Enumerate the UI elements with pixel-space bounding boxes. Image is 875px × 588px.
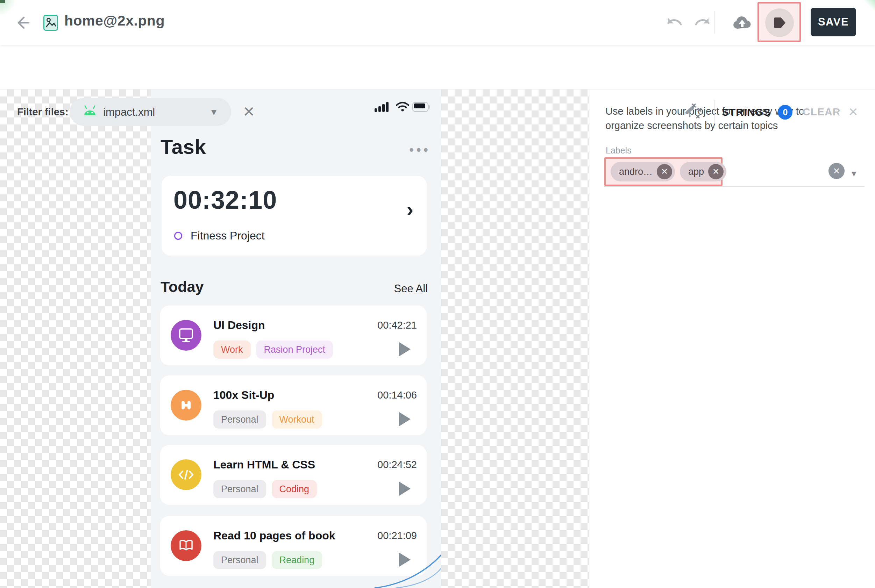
upload-button[interactable] (731, 13, 753, 33)
label-chip[interactable]: andro… ✕ (611, 162, 675, 182)
task-title: Learn HTML & CSS (213, 458, 315, 471)
strings-toggle[interactable]: STRINGS 0 (722, 105, 792, 120)
task-title: 100x Sit-Up (213, 389, 274, 402)
magic-wand-icon (682, 102, 702, 122)
label-chip[interactable]: app ✕ (680, 162, 726, 182)
filter-bar: Filter files: impact.xml ▾ ✕ STRINGS 0 C… (0, 45, 875, 90)
cloud-upload-icon (731, 13, 753, 33)
today-heading: Today (161, 278, 204, 296)
redo-icon (693, 16, 711, 33)
android-icon (82, 105, 98, 119)
task-time: 00:14:06 (377, 389, 417, 401)
page-title: home@2x.png (65, 13, 165, 29)
undo-icon (665, 16, 684, 33)
label-tool-button[interactable] (765, 8, 794, 37)
labels-field-underline (604, 186, 864, 187)
labels-highlight-box[interactable]: andro… ✕ app ✕ (604, 158, 722, 186)
overflow-menu-icon: ••• (409, 142, 431, 158)
back-button[interactable] (14, 15, 30, 31)
clear-all-labels-button[interactable]: ✕ (828, 163, 845, 179)
timer-value: 00:32:10 (173, 186, 277, 214)
project-ring-icon (174, 232, 182, 240)
play-icon (399, 482, 411, 496)
wifi-icon (396, 102, 410, 113)
task-tag: Personal (213, 480, 266, 498)
image-file-icon (44, 15, 58, 31)
strings-label: STRINGS (722, 106, 771, 118)
task-card: UI Design 00:42:21 Work Rasion Project (160, 306, 427, 365)
chip-delete-icon[interactable]: ✕ (657, 164, 672, 179)
redo-button[interactable] (693, 16, 711, 33)
battery-icon (412, 102, 431, 112)
decorative-wave-graphic (371, 553, 441, 588)
task-time: 00:42:21 (377, 320, 417, 331)
clear-button[interactable]: CLEAR ✕ (803, 105, 858, 119)
task-tag: Rasion Project (256, 340, 333, 358)
labels-panel: Use labels in your project for an easy w… (589, 90, 875, 588)
task-card: 100x Sit-Up 00:14:06 Personal Workout (160, 375, 427, 435)
task-time: 00:24:52 (377, 459, 417, 471)
task-tag: Work (213, 340, 251, 358)
clear-x-icon: ✕ (848, 105, 858, 119)
strings-count-badge: 0 (778, 105, 792, 120)
corner-artifact-right (863, 0, 875, 10)
chip-delete-icon[interactable]: ✕ (708, 164, 723, 179)
auto-detect-button[interactable] (682, 102, 702, 122)
undo-button[interactable] (665, 16, 684, 33)
editor-canvas[interactable]: 12:42 Task ••• (0, 90, 589, 588)
selected-file-name: impact.xml (103, 106, 155, 118)
task-tag: Coding (272, 480, 317, 498)
play-icon (399, 342, 411, 357)
top-bar: home@2x.png SAVE (0, 0, 875, 45)
label-chip-text: andro… (619, 166, 653, 177)
label-chip-text: app (688, 166, 704, 177)
toolbar-divider (714, 11, 715, 33)
tag-icon (773, 17, 786, 28)
code-icon (171, 459, 201, 490)
task-time: 00:21:09 (377, 530, 417, 542)
save-button-label: SAVE (818, 16, 849, 28)
task-title: UI Design (213, 319, 265, 332)
active-timer-card: 00:32:10 › Fitness Project (162, 176, 427, 255)
see-all-link: See All (394, 282, 428, 295)
timer-project-name: Fitness Project (191, 230, 265, 242)
task-tag: Reading (272, 551, 323, 569)
filter-files-label: Filter files: (17, 106, 69, 118)
task-tag: Personal (213, 410, 266, 429)
file-filter-dropdown[interactable]: impact.xml ▾ (70, 98, 231, 126)
clear-label: CLEAR (803, 106, 840, 118)
filterbar-divider (714, 100, 715, 124)
dumbbell-icon (171, 390, 201, 420)
task-tag: Personal (213, 551, 266, 569)
phone-screenshot: 12:42 Task ••• (151, 90, 441, 588)
remove-filter-button[interactable]: ✕ (243, 104, 255, 120)
task-card: Learn HTML & CSS 00:24:52 Personal Codin… (160, 445, 427, 505)
labels-dropdown-caret-icon[interactable]: ▾ (852, 168, 857, 179)
play-icon (399, 412, 411, 426)
chevron-right-icon: › (407, 198, 413, 221)
back-arrow-icon (14, 15, 30, 31)
signal-strength-icon (375, 102, 391, 113)
monitor-icon (171, 320, 201, 351)
book-icon (171, 530, 201, 561)
save-button[interactable]: SAVE (810, 8, 856, 36)
labels-field-caption: Labels (606, 146, 632, 156)
corner-artifact-left (0, 0, 16, 15)
app-screen-title: Task (161, 135, 206, 158)
task-title: Read 10 pages of book (213, 529, 335, 542)
label-tool-highlight-box (758, 2, 801, 42)
dropdown-caret-icon[interactable]: ▾ (211, 106, 216, 118)
task-tag: Workout (272, 410, 322, 429)
